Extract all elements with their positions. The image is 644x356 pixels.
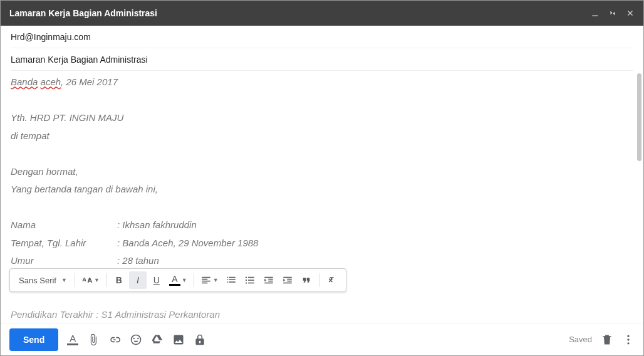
font-family-label: Sans Serif (19, 276, 56, 285)
separator (319, 273, 319, 287)
chevron-down-icon: ▼ (213, 277, 219, 283)
svg-rect-0 (592, 16, 598, 16)
body-label: Nama (11, 216, 117, 234)
send-button[interactable]: Send (9, 328, 58, 351)
subject-field[interactable]: Lamaran Kerja Bagian Administrasi (11, 48, 633, 71)
confidential-mode-button[interactable] (194, 333, 206, 346)
svg-point-6 (627, 342, 629, 344)
compose-window: Lamaran Kerja Bagian Administrasi Hrd@In… (0, 0, 644, 356)
titlebar: Lamaran Kerja Bagian Administrasi (1, 1, 643, 26)
remove-formatting-button[interactable] (323, 271, 341, 289)
attach-file-button[interactable] (87, 333, 100, 346)
underline-button[interactable]: U (148, 271, 165, 289)
quote-button[interactable] (298, 271, 315, 289)
separator (75, 273, 75, 287)
body-value: : Ikhsan fakhruddin (117, 216, 197, 234)
italic-button[interactable]: I (129, 271, 147, 289)
minimize-button[interactable] (591, 9, 600, 18)
text-color-button[interactable]: A ▼ (167, 271, 190, 289)
scrollbar-thumb[interactable] (637, 73, 641, 161)
header-fields: Hrd@Inginmaju.com Lamaran Kerja Bagian A… (1, 26, 643, 71)
bottom-right: Saved (569, 333, 635, 346)
body-wrap: Banda aceh, 26 Mei 2017 Yth. HRD PT. ING… (1, 71, 643, 323)
body-text: , 26 Mei 2017 (61, 76, 118, 87)
subject-value: Lamaran Kerja Bagian Administrasi (11, 55, 148, 65)
separator (194, 273, 194, 287)
bulleted-list-button[interactable] (241, 271, 259, 289)
body-text: Banda (11, 76, 38, 87)
bottom-toolbar: Send A Saved (1, 323, 643, 355)
to-value: Hrd@Inginmaju.com (11, 32, 91, 42)
insert-emoji-button[interactable] (130, 333, 142, 346)
body-text: Yth. HRD PT. INGIN MAJU (11, 109, 633, 127)
indent-more-button[interactable] (279, 271, 296, 289)
font-family-select[interactable]: Sans Serif ▼ (15, 271, 71, 289)
body-text: aceh (41, 76, 61, 87)
svg-point-4 (627, 335, 629, 337)
discard-draft-button[interactable] (601, 333, 613, 346)
bold-button[interactable]: B (110, 271, 128, 289)
align-button[interactable]: ▼ (198, 271, 221, 289)
body-text: Yang bertanda tangan di bawah ini, (11, 181, 633, 199)
saved-label: Saved (569, 335, 592, 344)
indent-less-button[interactable] (260, 271, 278, 289)
chevron-down-icon: ▼ (94, 277, 100, 283)
chevron-down-icon: ▼ (182, 277, 187, 283)
separator (106, 273, 106, 287)
bottom-left: Send A (9, 328, 206, 351)
font-size-button[interactable]: ▼ (79, 271, 102, 289)
to-field[interactable]: Hrd@Inginmaju.com (11, 26, 633, 48)
more-options-button[interactable] (622, 333, 635, 346)
window-title: Lamaran Kerja Bagian Administrasi (9, 8, 157, 18)
body-text: Dengan hormat, (11, 163, 633, 181)
chevron-down-icon: ▼ (61, 277, 67, 283)
body-value: : Banda Aceh, 29 November 1988 (117, 234, 258, 253)
close-button[interactable] (626, 9, 635, 18)
svg-point-3 (246, 282, 247, 283)
format-toolbar: Sans Serif ▼ ▼ B I U A ▼ ▼ (9, 268, 346, 292)
insert-photo-button[interactable] (172, 333, 185, 346)
svg-point-2 (246, 280, 247, 281)
insert-drive-button[interactable] (151, 333, 164, 346)
formatting-toggle-button[interactable]: A (67, 333, 78, 345)
body-value: : 28 tahun (117, 252, 159, 270)
insert-link-button[interactable] (108, 333, 121, 346)
body-text: di tempat (11, 127, 633, 145)
popout-button[interactable] (608, 9, 617, 18)
body-text-cutoff: Pendidikan Terakhir : S1 Administrasi Pe… (11, 306, 633, 323)
window-controls (591, 9, 635, 18)
svg-point-5 (627, 338, 629, 340)
body-label: Tempat, Tgl. Lahir (11, 234, 117, 253)
svg-point-1 (246, 276, 247, 278)
body-label: Umur (11, 252, 117, 270)
numbered-list-button[interactable] (222, 271, 240, 289)
